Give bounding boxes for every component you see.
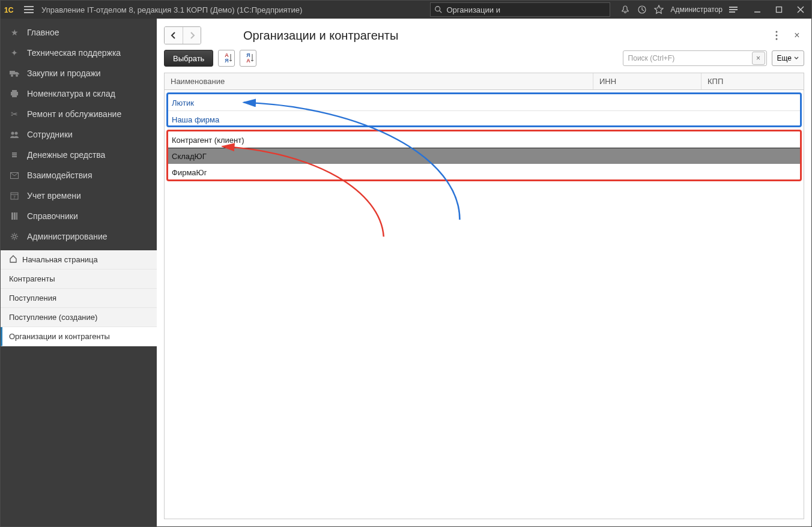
printer-icon (9, 89, 20, 98)
lifebuoy-icon: ✦ (9, 48, 20, 58)
sort-desc-button[interactable]: ЯА (240, 50, 256, 67)
nav-label: Техническая поддержка (27, 48, 121, 58)
svg-point-25 (776, 35, 778, 37)
svg-point-26 (776, 38, 778, 40)
svg-rect-11 (12, 90, 17, 92)
more-label: Еще (777, 54, 792, 62)
sub-label: Поступления (9, 294, 56, 303)
star-icon[interactable] (651, 2, 667, 17)
search-clear-button[interactable]: × (752, 52, 765, 65)
search-icon (434, 5, 443, 14)
window-title: Управление IT-отделом 8, редакция 3.1 КО… (41, 5, 302, 14)
svg-rect-5 (777, 7, 782, 13)
table-row[interactable]: Наша фирма (168, 112, 800, 127)
cell-name: ФирмаЮг (168, 168, 592, 177)
bell-icon[interactable] (617, 2, 633, 17)
nav-label: Номенклатура и склад (27, 89, 115, 98)
nav-item-time[interactable]: 7Учет времени (1, 185, 157, 206)
svg-point-10 (16, 74, 18, 77)
mail-icon (9, 172, 20, 179)
users-icon (9, 131, 20, 138)
nav-label: Закупки и продажи (27, 68, 101, 78)
column-inn[interactable]: ИНН (593, 73, 701, 89)
panel-settings-button[interactable] (726, 9, 741, 10)
nav-label: Взаимодействия (27, 170, 92, 180)
group-label: Контрагент (клиент) (168, 136, 800, 145)
chevron-down-icon (794, 56, 799, 60)
select-button[interactable]: Выбрать (164, 50, 213, 67)
sub-panel: Начальная страница Контрагенты Поступлен… (1, 250, 157, 346)
page-header: Организации и контрагенты × (164, 25, 804, 46)
nav-arrows (164, 26, 201, 44)
more-button[interactable]: Еще (772, 50, 804, 66)
nav-item-money[interactable]: Денежные средства (1, 145, 157, 165)
svg-point-14 (11, 132, 14, 135)
nav-item-employees[interactable]: Сотрудники (1, 124, 157, 145)
data-table: Наименование ИНН КПП Лютик (164, 73, 804, 519)
table-row[interactable]: ФирмаЮг (168, 164, 800, 180)
nav-forward-button[interactable] (183, 27, 201, 44)
page-menu-button[interactable] (769, 28, 784, 43)
cell-name: Лютик (168, 98, 592, 107)
sub-label: Начальная страница (22, 255, 98, 264)
home-icon (9, 254, 17, 265)
sub-item-receipt-create[interactable]: Поступление (создание) (1, 308, 157, 327)
cell-name: Наша фирма (168, 115, 592, 124)
nav-item-interactions[interactable]: Взаимодействия (1, 165, 157, 185)
table-header: Наименование ИНН КПП (165, 73, 804, 90)
nav-item-stock[interactable]: Номенклатура и склад (1, 83, 157, 104)
history-icon[interactable] (634, 2, 650, 17)
user-label[interactable]: Администратор (668, 5, 725, 14)
svg-point-9 (11, 74, 13, 77)
sub-item-receipts[interactable]: Поступления (1, 289, 157, 308)
column-name[interactable]: Наименование (165, 73, 593, 89)
svg-point-23 (13, 235, 16, 238)
main-content: Организации и контрагенты × Выбрать АЯ Я… (157, 19, 811, 526)
nav-item-admin[interactable]: Администрирование (1, 226, 157, 247)
hamburger-menu-button[interactable] (20, 1, 38, 19)
nav-back-button[interactable] (165, 27, 183, 44)
gear-icon (9, 232, 20, 241)
tools-icon: ✂ (9, 109, 20, 119)
window-minimize-button[interactable] (747, 1, 768, 19)
sidebar: ★Главное ✦Техническая поддержка Закупки … (1, 19, 157, 526)
nav-label: Сотрудники (27, 130, 73, 139)
svg-point-1 (435, 7, 440, 11)
svg-line-2 (440, 11, 442, 13)
global-search-box[interactable]: Организации и (430, 2, 610, 17)
toolbar: Выбрать АЯ ЯА × Еще (164, 50, 804, 67)
column-kpp[interactable]: КПП (701, 73, 804, 89)
window-close-button[interactable] (790, 1, 811, 19)
table-row[interactable]: СкладЮГ (168, 148, 800, 164)
app-logo-icon: 1С (1, 1, 20, 19)
sub-item-orgs-contragents[interactable]: Организации и контрагенты (1, 327, 157, 346)
nav-label: Справочники (27, 211, 78, 221)
sub-label: Поступление (создание) (9, 313, 97, 322)
table-body: Лютик Наша фирма Контрагент (клиент) (165, 90, 804, 519)
global-search-text: Организации и (446, 5, 500, 14)
nav-label: Администрирование (27, 232, 108, 241)
svg-text:1С: 1С (4, 6, 14, 14)
table-group-header[interactable]: Контрагент (клиент) (168, 132, 800, 148)
app-window: 1С Управление IT-отделом 8, редакция 3.1… (0, 0, 812, 527)
sort-asc-button[interactable]: АЯ (218, 50, 235, 67)
titlebar: 1С Управление IT-отделом 8, редакция 3.1… (1, 1, 811, 19)
svg-point-15 (15, 132, 18, 135)
nav-item-repair[interactable]: ✂Ремонт и обслуживание (1, 104, 157, 124)
sub-label: Контрагенты (9, 274, 55, 283)
sub-item-contragents[interactable]: Контрагенты (1, 270, 157, 289)
svg-rect-12 (11, 92, 18, 95)
sub-item-home[interactable]: Начальная страница (1, 250, 157, 270)
nav-item-sales[interactable]: Закупки и продажи (1, 63, 157, 83)
nav-item-catalogs[interactable]: Справочники (1, 206, 157, 226)
table-row[interactable]: Лютик (168, 95, 800, 110)
svg-text:7: 7 (13, 195, 16, 199)
page-close-button[interactable]: × (790, 28, 804, 43)
search-box: × (623, 50, 767, 66)
nav-item-support[interactable]: ✦Техническая поддержка (1, 43, 157, 63)
nav-label: Учет времени (27, 191, 81, 200)
search-input[interactable] (623, 54, 751, 62)
window-maximize-button[interactable] (768, 1, 790, 19)
calendar-icon: 7 (9, 191, 20, 200)
nav-item-main[interactable]: ★Главное (1, 22, 157, 43)
